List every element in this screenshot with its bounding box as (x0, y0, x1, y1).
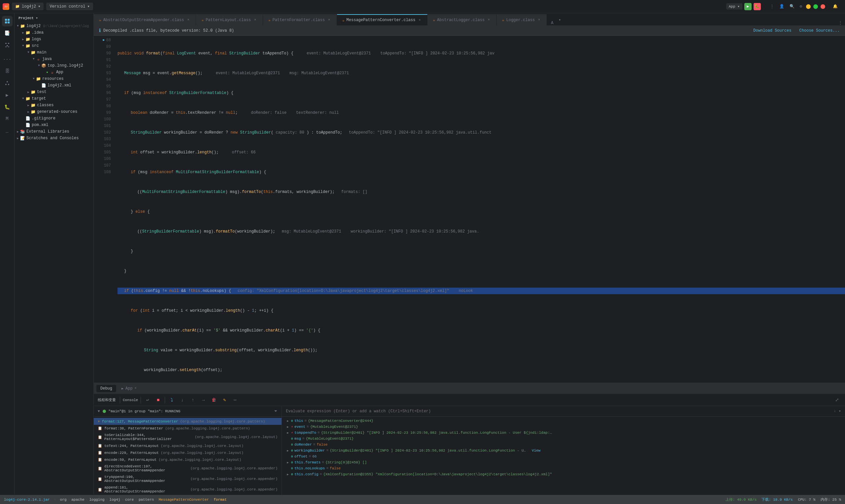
vcs-icon[interactable] (2, 78, 13, 88)
var-doRender[interactable]: ⚙ doRender = false (282, 442, 845, 448)
view-link[interactable]: View (532, 449, 540, 452)
expand-icon[interactable]: ▶ (286, 461, 290, 464)
search-button[interactable]: 🔍 (788, 3, 796, 10)
choose-sources-link[interactable]: Choose Sources... (799, 29, 840, 33)
breadcrumb-pattern[interactable]: pattern (139, 498, 154, 502)
expand-icon[interactable]: ▶ (286, 425, 290, 429)
frame-PatternLayout-encode59[interactable]: 📋 encode:59, PatternLayout (org.apache.l… (94, 456, 282, 463)
tab-A-indicator[interactable]: A (548, 21, 556, 25)
debug-tab[interactable]: Debug (96, 385, 116, 392)
run-to-cursor-button[interactable]: → (199, 396, 207, 404)
expand-icon[interactable]: ▶ (286, 472, 290, 476)
tree-item-main[interactable]: ▼ 📁 main (15, 49, 93, 56)
var-this[interactable]: ▶ ⚙ this = {MessagePatternConverter@2444… (282, 418, 845, 424)
add-watch-button[interactable]: ↓ (834, 409, 836, 414)
expand-icon[interactable]: ▶ (286, 431, 290, 435)
more-debug-button[interactable]: ⋯ (231, 396, 239, 404)
var-msg[interactable]: ⚙ msg = {MutableLogEvent@2371} (282, 436, 845, 442)
version-control-selector[interactable]: Version control ▾ (46, 3, 93, 10)
tree-item-logs[interactable]: ▶ 📁 logs (15, 36, 93, 42)
tree-item-java[interactable]: ▼ ☕ java (15, 56, 93, 62)
tree-item-log4j2[interactable]: ▼ 📁 log4j2 D:\Java\javaproject\log (15, 23, 93, 29)
tab-Logger[interactable]: ☕ Logger.class × (497, 14, 547, 25)
maximize-button[interactable] (813, 4, 818, 9)
tab-close-icon[interactable]: × (417, 18, 422, 22)
var-toAppendTo[interactable]: ▶ ⚡ toAppendTo = {StringBuilder@2401} "[… (282, 430, 845, 436)
breadcrumb-core[interactable]: core (125, 498, 134, 502)
tree-item-target[interactable]: ▼ 📁 target (15, 95, 93, 102)
delete-button[interactable]: 🗑 (210, 396, 218, 404)
status-filter-icon[interactable]: ▼ (98, 409, 100, 413)
tree-item-external-libs[interactable]: ▶ 📚 External Libraries (15, 128, 93, 135)
project-selector[interactable]: 📁 log4j2 ▾ (12, 3, 43, 10)
memory-status[interactable]: 内存: 25 % (821, 497, 841, 502)
tree-item-scratches[interactable]: ▶ 📝 Scratches and Consoles (15, 135, 93, 142)
watch-expression-input[interactable] (286, 409, 831, 414)
step-over-button[interactable]: ⤵ (168, 396, 176, 404)
tree-item-log4j2xml[interactable]: 📄 log4j2.xml (15, 82, 93, 89)
tree-item-src[interactable]: ▼ 📁 src (15, 42, 93, 49)
step-out-button[interactable]: ↑ (189, 396, 197, 404)
var-offset[interactable]: ⚙ offset = 66 (282, 453, 845, 460)
breadcrumb-method[interactable]: format (214, 498, 227, 502)
tab-AbstractOutputStreamAppender[interactable]: ☕ AbstractOutputStreamAppender.class × (94, 14, 196, 25)
jar-label[interactable]: log4j-core-2.14.1.jar (4, 498, 50, 502)
download-sources-link[interactable]: Download Sources (753, 29, 791, 33)
minimize-button[interactable] (806, 4, 811, 9)
frame-PatternSerializer[interactable]: 📋 toSerializable:344, PatternLayout$Patt… (94, 432, 282, 442)
breadcrumb-class[interactable]: MessagePatternConverter (159, 498, 209, 502)
expand-icon[interactable]: ▶ (286, 419, 290, 423)
notifications-panel-toggle[interactable]: 🔔 (828, 4, 842, 9)
expand-watch-button[interactable]: ▾ (839, 409, 841, 414)
var-noLookups[interactable]: ⚙ this.noLookups = false (282, 465, 845, 471)
frame-AbstractOutputStreamAppender-try[interactable]: 📋 tryAppend:190, AbstractOutputStreamApp… (94, 474, 282, 484)
app-run-config[interactable]: App ▾ (726, 3, 742, 10)
tab-AbstractLogger[interactable]: ☕ AbstractLogger.class × (427, 14, 497, 25)
step-into-button[interactable]: ↓ (178, 396, 186, 404)
expand-icon[interactable]: ▶ (286, 449, 290, 452)
terminal-icon[interactable]: _ (2, 125, 13, 136)
tab-PatternLayout[interactable]: ☕ PatternLayout.class × (196, 14, 263, 25)
maven-icon[interactable]: M (2, 113, 13, 124)
tab-options-button[interactable]: ⋮ (836, 20, 845, 25)
tab-close-icon[interactable]: × (537, 18, 541, 22)
run-button[interactable]: ▶ (744, 3, 752, 10)
project-panel-header[interactable]: Project ▾ (15, 13, 93, 23)
tree-item-generated-sources[interactable]: ▶ 📁 generated-sources (15, 109, 93, 115)
tab-close-icon[interactable]: × (327, 18, 331, 22)
var-formats[interactable]: ▶ ⚙ this.formats = {String[0]@2450} [] (282, 460, 845, 465)
cpu-status[interactable]: CPU: 7 % (798, 498, 816, 502)
expand-panel-button[interactable]: ⤢ (833, 396, 841, 404)
tree-item-test[interactable]: ▶ 📁 test (15, 89, 93, 95)
breadcrumb-log4j[interactable]: log4j (109, 498, 120, 502)
more-options-button[interactable]: ⋮ (769, 3, 775, 10)
breadcrumb-logging[interactable]: logging (89, 498, 104, 502)
var-config[interactable]: ▶ ⚙ this.config = {XmlConfiguration@2355… (282, 471, 845, 477)
tab-close-icon[interactable]: × (487, 18, 491, 22)
tree-item-gitignore[interactable]: 📄 .gitignore (15, 115, 93, 122)
tab-close-icon[interactable]: × (253, 18, 258, 22)
tab-MessagePatternConverter[interactable]: ☕ MessagePatternConverter.class × (337, 14, 427, 25)
notifications-icon[interactable]: 👤 (778, 3, 786, 10)
frame-AbstractOutputStreamAppender-append[interactable]: 📋 append:181, AbstractOutputStreamAppend… (94, 484, 282, 495)
edit-button[interactable]: ✎ (221, 396, 228, 404)
breadcrumb-apache[interactable]: apache (71, 498, 85, 502)
breadcrumb-org[interactable]: org (60, 498, 67, 502)
tab-close-icon[interactable]: × (186, 18, 191, 22)
tab-PatternFormatter[interactable]: ☕ PatternFormatter.class × (263, 14, 337, 25)
frame-PatternLayout-encode229[interactable]: 📋 encode:229, PatternLayout (org.apache.… (94, 449, 282, 456)
more-tabs-button[interactable]: ▾ (556, 14, 563, 25)
frame-PatternLayout-toText[interactable]: 📋 toText:244, PatternLayout (org.apache.… (94, 442, 282, 449)
frame-MessagePatternConverter[interactable]: ⚡ format:127, MessagePatternConverter (o… (94, 418, 282, 425)
resume-button[interactable]: ↩ (144, 396, 152, 404)
settings-icon[interactable]: ⚙ (798, 3, 804, 10)
close-button[interactable] (821, 4, 825, 9)
bookmarks-icon[interactable]: 📑 (2, 28, 13, 38)
app-tab[interactable]: ▶ App × (118, 385, 141, 392)
code-editor[interactable]: ▶88 89 90 91 92 93 94 95 96 97 98 99 100 (94, 36, 845, 383)
frame-PatternFormatter[interactable]: 📋 format:38, PatternFormatter (org.apach… (94, 425, 282, 432)
tree-item-app[interactable]: ● ☕ App (15, 69, 93, 75)
tree-item-package[interactable]: ▼ 📦 top.lnng.log4j2 (15, 62, 93, 69)
structure-icon[interactable] (2, 40, 13, 50)
var-workingBuilder[interactable]: ▶ ⚙ workingBuilder = {StringBuilder@2401… (282, 448, 845, 453)
